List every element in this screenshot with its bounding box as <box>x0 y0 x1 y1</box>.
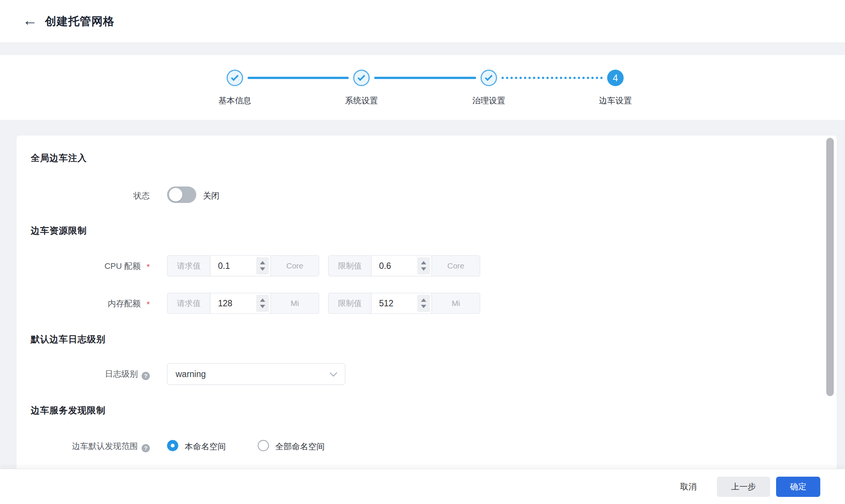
log-level-value: warning <box>176 369 206 379</box>
section-heading-global-injection: 全局边车注入 <box>31 152 87 164</box>
increment-icon[interactable] <box>421 298 426 302</box>
cpu-request-stepper[interactable] <box>256 257 269 274</box>
step-1-label: 基本信息 <box>197 95 272 106</box>
status-label: 状态 <box>16 190 150 201</box>
help-icon[interactable]: ? <box>142 372 150 380</box>
page-header: ← 创建托管网格 <box>0 0 845 42</box>
back-arrow-icon[interactable]: ← <box>21 10 39 30</box>
memory-request-stepper[interactable] <box>256 295 269 312</box>
radio-all-namespaces-label[interactable]: 全部命名空间 <box>275 441 325 452</box>
status-value: 关闭 <box>203 190 219 201</box>
section-heading-discovery: 边车服务发现限制 <box>31 404 106 416</box>
radio-current-namespace[interactable] <box>167 440 178 451</box>
cpu-request-unit: Core <box>270 256 319 276</box>
step-connector-dotted <box>502 77 603 79</box>
section-heading-log-level: 默认边车日志级别 <box>31 333 106 345</box>
decrement-icon[interactable] <box>260 305 265 308</box>
check-icon <box>485 73 493 81</box>
step-3-circle[interactable] <box>481 70 497 86</box>
increment-icon[interactable] <box>260 261 265 264</box>
step-1-circle[interactable] <box>227 70 243 86</box>
page-title: 创建托管网格 <box>45 14 115 29</box>
confirm-button[interactable]: 确定 <box>776 477 820 497</box>
sidecar-settings-card: 全局边车注入 状态 关闭 边车资源限制 CPU 配额* 请求值 Core 限制值 <box>16 136 837 469</box>
cpu-request-input-group: 请求值 Core <box>167 255 319 276</box>
step-3-label: 治理设置 <box>451 95 526 106</box>
card-scrollbar-thumb[interactable] <box>826 138 834 396</box>
memory-limit-unit: Mi <box>431 293 480 313</box>
step-4-label: 边车设置 <box>578 95 653 106</box>
memory-quota-label-text: 内存配额 <box>107 299 140 308</box>
increment-icon[interactable] <box>421 261 426 264</box>
radio-all-namespaces[interactable] <box>258 440 269 451</box>
memory-quota-label: 内存配额* <box>16 298 150 309</box>
memory-request-input-group: 请求值 Mi <box>167 293 319 314</box>
memory-request-prefix: 请求值 <box>167 293 211 313</box>
decrement-icon[interactable] <box>421 267 426 271</box>
memory-limit-input[interactable] <box>372 293 411 313</box>
cpu-limit-unit: Core <box>431 256 480 276</box>
memory-request-input[interactable] <box>211 293 250 313</box>
step-number: 4 <box>613 73 618 84</box>
previous-step-button[interactable]: 上一步 <box>717 477 770 497</box>
memory-limit-input-group: 限制值 Mi <box>328 293 480 314</box>
step-connector <box>248 77 349 79</box>
toggle-knob <box>169 188 182 201</box>
cpu-limit-input-group: 限制值 Core <box>328 255 480 276</box>
step-2-label: 系统设置 <box>324 95 399 106</box>
step-2-circle[interactable] <box>353 70 370 86</box>
required-asterisk: * <box>146 262 150 271</box>
cpu-request-input[interactable] <box>211 256 250 276</box>
discovery-scope-label-text: 边车默认发现范围 <box>72 441 138 451</box>
status-toggle[interactable] <box>167 186 196 203</box>
log-level-label: 日志级别? <box>16 368 150 380</box>
action-footer: 取消 上一步 确定 <box>0 469 845 504</box>
chevron-down-icon <box>330 369 337 377</box>
discovery-scope-label: 边车默认发现范围? <box>16 441 150 452</box>
check-icon <box>357 73 365 81</box>
memory-limit-stepper[interactable] <box>417 295 430 312</box>
step-connector <box>374 77 476 79</box>
decrement-icon[interactable] <box>421 305 426 308</box>
help-icon[interactable]: ? <box>142 444 150 452</box>
cpu-quota-label-text: CPU 配额 <box>105 261 141 271</box>
memory-request-unit: Mi <box>270 293 319 313</box>
section-heading-resource-limits: 边车资源限制 <box>31 225 87 237</box>
wizard-stepper: 4 基本信息 系统设置 治理设置 边车设置 <box>0 55 845 120</box>
increment-icon[interactable] <box>260 298 265 302</box>
cancel-button[interactable]: 取消 <box>673 477 704 497</box>
check-icon <box>231 73 239 81</box>
cpu-request-prefix: 请求值 <box>167 256 211 276</box>
decrement-icon[interactable] <box>260 267 265 271</box>
log-level-label-text: 日志级别 <box>105 369 138 379</box>
radio-current-namespace-label[interactable]: 本命名空间 <box>185 441 226 452</box>
memory-limit-prefix: 限制值 <box>328 293 372 313</box>
cpu-limit-stepper[interactable] <box>417 257 430 274</box>
cpu-limit-prefix: 限制值 <box>328 256 372 276</box>
step-4-circle[interactable]: 4 <box>607 70 624 86</box>
required-asterisk: * <box>146 300 150 309</box>
cpu-limit-input[interactable] <box>372 256 411 276</box>
log-level-select[interactable]: warning <box>167 363 345 385</box>
cpu-quota-label: CPU 配额* <box>16 261 150 272</box>
